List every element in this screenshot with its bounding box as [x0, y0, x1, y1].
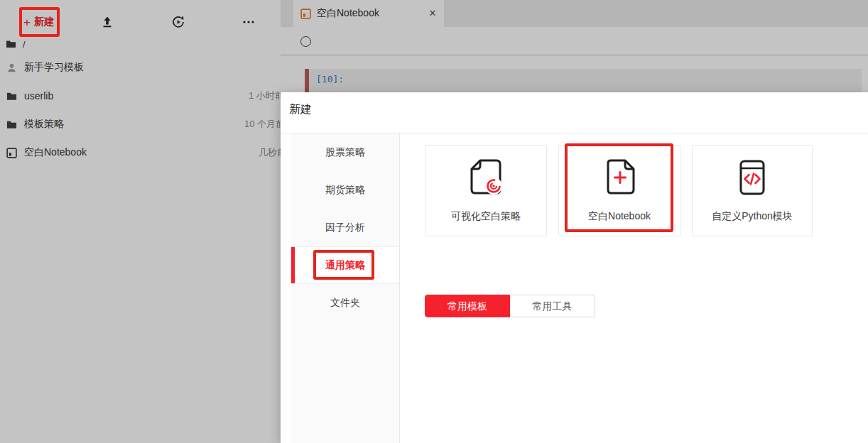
menu-item-general-strategy[interactable]: 通用策略: [291, 246, 399, 284]
tab-common-tools[interactable]: 常用工具: [510, 295, 595, 317]
document-target-icon: [463, 155, 509, 201]
card-blank-notebook[interactable]: 空白Notebook: [558, 145, 680, 236]
card-label: 空白Notebook: [559, 210, 680, 223]
dialog-title: 新建: [289, 102, 312, 117]
card-label: 可视化空白策略: [425, 210, 546, 223]
category-menu: 股票策略 期货策略 因子分析 通用策略 文件夹: [291, 133, 400, 443]
menu-item-factor-analysis[interactable]: 因子分析: [291, 209, 399, 246]
screen: + 新建: [0, 0, 868, 443]
menu-item-folder[interactable]: 文件夹: [291, 284, 399, 322]
document-plus-icon: [597, 155, 642, 201]
card-visual-blank-strategy[interactable]: 可视化空白策略: [425, 145, 547, 236]
menu-item-stock-strategy[interactable]: 股票策略: [291, 133, 399, 171]
new-dialog: 新建 股票策略 期货策略 因子分析 通用策略 文件夹: [281, 92, 868, 443]
dialog-body: 股票策略 期货策略 因子分析 通用策略 文件夹 可视化空白策略: [281, 133, 868, 443]
card-label: 自定义Python模块: [693, 210, 812, 223]
card-custom-python-module[interactable]: 自定义Python模块: [692, 145, 813, 236]
menu-item-futures-strategy[interactable]: 期货策略: [291, 171, 399, 209]
tab-common-templates[interactable]: 常用模板: [425, 295, 510, 317]
template-toggle-tabs: 常用模板 常用工具: [425, 295, 595, 317]
code-window-icon: [729, 155, 775, 201]
